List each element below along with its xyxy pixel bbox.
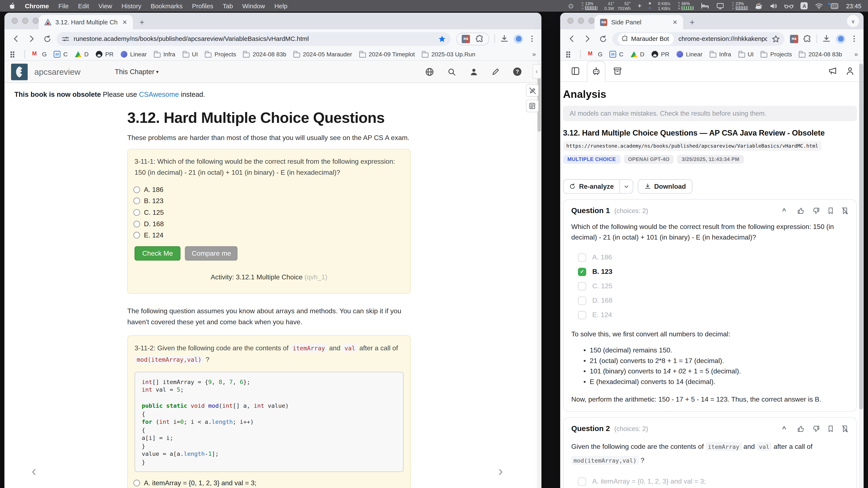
checkbox[interactable] xyxy=(578,478,586,486)
checkbox[interactable] xyxy=(578,282,586,290)
address-bar[interactable]: Marauder Bot chrome-extension://nhkkaken… xyxy=(612,32,784,45)
globe-icon[interactable] xyxy=(425,67,434,76)
status-power-meter[interactable]: 41°0.3W 52°701Wh xyxy=(604,1,631,11)
status-input-source[interactable]: A xyxy=(801,2,808,9)
address-bar[interactable]: runestone.academy/ns/books/published/apc… xyxy=(56,32,451,45)
reload-button[interactable] xyxy=(597,33,609,45)
bookmark-item[interactable]: 2024-05 Marauder xyxy=(293,51,352,57)
status-bed-icon[interactable] xyxy=(701,3,709,9)
tab-pages-icon[interactable] xyxy=(566,63,585,79)
thumbs-down-icon[interactable] xyxy=(812,425,820,432)
status-gpu-meter[interactable]: GPU 13% xyxy=(581,2,597,10)
bookmark-item[interactable]: 2024-08 83b xyxy=(799,51,842,57)
radio-option[interactable]: A. 186 xyxy=(133,184,405,195)
extension-name-chip[interactable]: Marauder Bot xyxy=(618,33,674,44)
forward-button[interactable] xyxy=(25,33,37,45)
menu-item[interactable]: File xyxy=(58,3,68,9)
bookmark-item[interactable]: G xyxy=(32,51,47,57)
bookmark-item[interactable]: C xyxy=(54,51,68,57)
search-icon[interactable] xyxy=(447,67,456,76)
marauder-extension-icon[interactable]: ma xyxy=(462,35,470,43)
checkbox[interactable] xyxy=(578,311,586,319)
bookmark-item[interactable]: Infra xyxy=(154,51,175,57)
thumbs-up-icon[interactable] xyxy=(797,207,805,215)
radio-button[interactable] xyxy=(133,198,140,204)
radio-option[interactable]: D. 168 xyxy=(133,218,405,230)
site-settings-icon[interactable] xyxy=(62,35,69,42)
new-tab-button[interactable]: + xyxy=(690,17,695,27)
bookmarks-overflow-icon[interactable]: » xyxy=(855,51,858,58)
radio-option[interactable]: E. 124 xyxy=(133,230,405,241)
menu-item[interactable]: Profiles xyxy=(192,3,213,9)
menu-item[interactable]: View xyxy=(98,3,112,9)
collapse-icon[interactable]: ^ xyxy=(782,425,786,432)
user-icon[interactable] xyxy=(469,67,478,76)
apps-grid-icon[interactable] xyxy=(10,51,17,58)
browser-tab[interactable]: 3.12. Hard Multiple Choice Qu ✕ xyxy=(39,15,133,29)
menu-item[interactable]: Window xyxy=(242,3,265,9)
extensions-puzzle-icon[interactable] xyxy=(475,35,484,43)
menu-item[interactable]: History xyxy=(121,3,141,9)
back-button[interactable] xyxy=(566,33,578,45)
new-tab-button[interactable]: + xyxy=(140,17,144,27)
megaphone-icon[interactable] xyxy=(828,66,837,76)
thumbs-up-icon[interactable] xyxy=(797,425,805,432)
chrome-menu-icon[interactable] xyxy=(850,35,858,43)
marauder-extension-icon[interactable]: ma xyxy=(790,35,798,43)
bookmark-item[interactable]: G xyxy=(588,51,602,57)
status-display-icon[interactable] xyxy=(716,3,724,9)
help-icon[interactable]: ? xyxy=(513,68,522,76)
bookmark-item[interactable]: UI xyxy=(738,51,754,57)
radio-button[interactable] xyxy=(133,232,140,238)
bookmark-item[interactable]: D xyxy=(631,51,645,57)
extensions-puzzle-icon[interactable] xyxy=(803,35,811,43)
reanalyze-dropdown[interactable] xyxy=(619,180,632,193)
tab-archive-icon[interactable] xyxy=(608,63,627,79)
bookmark-item[interactable]: 2024-09 Timeplot xyxy=(359,51,415,57)
bookmark-item[interactable]: UI xyxy=(182,51,198,57)
bookmark-item[interactable]: C xyxy=(610,51,623,57)
status-ram-meter[interactable]: RAM 66% xyxy=(678,2,694,10)
bookmark-item[interactable]: 2024-08 83b xyxy=(243,51,286,57)
bookmark-slash-icon[interactable] xyxy=(841,425,849,432)
notes-button[interactable] xyxy=(526,100,539,112)
bookmark-slash-icon[interactable] xyxy=(841,207,849,215)
status-volume-icon[interactable] xyxy=(770,3,777,9)
status-toggles-icon[interactable] xyxy=(831,3,839,9)
status-network-meter[interactable]: 0 KB/s1 KB/s xyxy=(658,1,670,11)
downloads-icon[interactable] xyxy=(822,34,831,43)
status-glasses-icon[interactable] xyxy=(785,3,794,8)
profile-avatar[interactable] xyxy=(514,34,523,43)
scratch-activecode-button[interactable] xyxy=(526,84,539,97)
bookmark-item[interactable]: Projects xyxy=(761,51,792,57)
status-dot-wave-icon[interactable]: ≈ xyxy=(649,2,651,10)
reload-button[interactable] xyxy=(41,33,53,45)
bookmark-icon[interactable] xyxy=(827,207,834,215)
apps-grid-icon[interactable] xyxy=(566,51,573,58)
csawesome-link[interactable]: CSAwesome xyxy=(139,91,179,98)
tab-analysis-robot-icon[interactable] xyxy=(587,61,606,82)
status-cpu-meter[interactable]: CPU 23% xyxy=(731,2,748,10)
checkbox[interactable] xyxy=(578,267,586,276)
bookmark-item[interactable]: Linear xyxy=(676,51,703,57)
bookmark-star-icon[interactable] xyxy=(438,35,446,43)
collapse-icon[interactable]: ^ xyxy=(782,207,786,215)
bookmark-item[interactable]: 2025-03 Up.Run xyxy=(422,51,475,57)
checkbox[interactable] xyxy=(578,253,586,261)
menu-app-name[interactable]: Chrome xyxy=(25,3,49,9)
account-icon[interactable] xyxy=(845,66,855,76)
bookmark-item[interactable]: Linear xyxy=(121,51,147,57)
close-window-button[interactable] xyxy=(567,18,574,24)
status-health-icon[interactable]: + xyxy=(638,3,642,9)
prev-page-button[interactable]: ‹ xyxy=(32,464,36,478)
bookmark-item[interactable]: PR xyxy=(652,51,670,57)
bookmark-star-icon[interactable] xyxy=(772,35,780,43)
choice-row[interactable]: D. 168 xyxy=(578,293,848,308)
zoom-window-button[interactable] xyxy=(33,18,39,24)
choice-row[interactable]: E. 124 xyxy=(578,308,848,322)
compare-me-button[interactable]: Compare me xyxy=(185,247,238,261)
menu-item[interactable]: Help xyxy=(274,3,287,9)
check-me-button[interactable]: Check Me xyxy=(134,247,181,261)
profile-avatar[interactable] xyxy=(836,34,845,43)
radio-button[interactable] xyxy=(133,186,140,193)
